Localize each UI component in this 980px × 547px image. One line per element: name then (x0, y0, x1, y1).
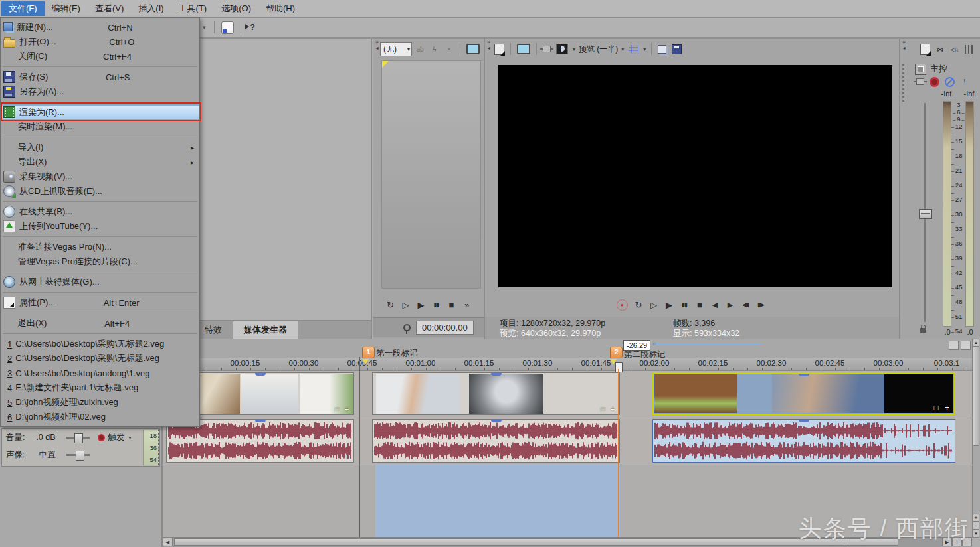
menu-bar-item[interactable]: 工具(T) (171, 1, 215, 16)
media-panel-tab[interactable]: 媒体发生器 (233, 321, 298, 339)
trimmer-timecode[interactable]: 00:00:00.00 (416, 321, 474, 335)
loop-playback-button[interactable]: ↻ (384, 299, 397, 311)
go-to-start-button[interactable]: ◀ (708, 299, 722, 311)
file-menu-item[interactable]: 从CD上抓取音频(E)... (1, 184, 199, 198)
plug-icon[interactable] (916, 78, 924, 85)
file-menu-item[interactable]: 管理Vegas Pro连接的片段(C)... (1, 254, 199, 269)
alert-icon[interactable]: ! (959, 76, 970, 87)
project-properties-icon[interactable] (494, 44, 504, 55)
event-corner-icons[interactable]: + (345, 453, 351, 461)
event-corner-icons[interactable]: + (611, 453, 617, 461)
marker-2[interactable]: 2 (610, 347, 623, 358)
menu-bar-item[interactable]: 帮助(H) (258, 1, 302, 16)
time-ruler[interactable]: 00:00:1500:00:3000:00:4500:01:0000:01:15… (163, 358, 972, 371)
mute-icon[interactable] (945, 77, 955, 87)
recent-file-item[interactable]: 2 C:\Users\bo\Desktop\采购\无标题.veg (1, 351, 199, 366)
copy-snapshot-icon[interactable] (658, 45, 666, 54)
separator[interactable] (241, 21, 241, 33)
panel-grip[interactable] (902, 64, 904, 102)
volume-slider[interactable] (66, 437, 90, 439)
downmix-output-icon[interactable]: ◁↓ (949, 44, 960, 54)
file-menu-item[interactable]: 关闭(C) Ctrl+F4 (1, 49, 199, 64)
preview-quality-label[interactable]: 预览 (一半) (579, 44, 618, 55)
file-menu-item[interactable]: 准备连接Vegas Pro(N)... (1, 240, 199, 254)
pin-icon[interactable] (403, 324, 411, 331)
file-menu-item[interactable] (3, 236, 197, 237)
menu-bar-item[interactable]: 编辑(E) (45, 1, 88, 16)
trimmer-workspace[interactable] (381, 60, 481, 289)
separator[interactable] (510, 43, 511, 55)
menu-bar-item[interactable]: 插入(I) (131, 1, 171, 16)
audio-event-3[interactable]: + (652, 419, 955, 463)
event-corner-icons[interactable]: □ + (933, 403, 951, 412)
play-from-start-button[interactable]: ▷ (647, 299, 660, 311)
loop-region-bar[interactable] (654, 344, 761, 345)
zoom-in-vertical-button[interactable]: + (973, 514, 979, 522)
file-menu-item[interactable]: 从网上获得媒体(G)... (1, 275, 199, 289)
caret-down-icon[interactable]: ▾ (621, 46, 624, 52)
recent-file-item[interactable]: 5 D:\john视频处理\zuixin.veg (1, 395, 199, 410)
file-menu-item[interactable]: 退出(X) Alt+F4 (1, 316, 199, 331)
audio-event-2[interactable]: + (372, 419, 620, 463)
pan-tool-icon[interactable] (221, 21, 234, 34)
file-menu-item[interactable]: 渲染为(R)... (1, 105, 199, 119)
event-fx-icon[interactable]: ϟ (429, 44, 440, 54)
separator[interactable] (460, 43, 460, 55)
loop-playback-button[interactable]: ↻ (632, 299, 645, 311)
file-menu-item[interactable]: 上传到YouTube(Y)... (1, 219, 199, 234)
menu-bar-item[interactable]: 文件(F) (1, 1, 45, 16)
play-from-start-button[interactable]: ▷ (399, 299, 413, 311)
save-snapshot-icon[interactable] (672, 44, 682, 54)
file-menu-item[interactable]: 实时渲染(M)... (1, 119, 199, 134)
pause-button[interactable]: ▮▮ (430, 299, 443, 311)
scroll-up-button[interactable]: ▲ (973, 339, 979, 347)
file-menu-item[interactable] (3, 102, 197, 102)
menu-bar-item[interactable]: 选项(O) (214, 1, 258, 16)
preview-quality-icon[interactable] (556, 44, 568, 54)
go-to-end-button[interactable]: ▶ (724, 299, 737, 311)
dropdown-caret-icon[interactable]: ▾ (203, 24, 206, 31)
file-menu-item[interactable] (3, 66, 197, 67)
scrollbar-thumb[interactable] (973, 347, 979, 446)
help-select-icon[interactable]: ? (250, 23, 255, 32)
prev-frame-button[interactable]: ◀▮ (739, 299, 752, 311)
recent-file-item[interactable]: 4 E:\新建文件夹\part 1\无标题.veg (1, 380, 199, 395)
vertical-scrollbar[interactable]: ▲ + − ▼ (972, 339, 980, 538)
master-bus-button[interactable] (915, 64, 926, 75)
file-menu-item[interactable] (3, 272, 197, 272)
record-button[interactable]: ● (617, 299, 628, 311)
file-menu-item[interactable]: 导入(I) ▸ (1, 140, 199, 155)
remove-icon[interactable]: × (444, 44, 454, 54)
take-selector[interactable]: (无)▾ (380, 42, 412, 56)
grid-overlay-icon[interactable] (629, 45, 638, 54)
caret-down-icon[interactable]: ▾ (573, 46, 575, 52)
cursor-grip[interactable] (615, 362, 623, 372)
marker-1[interactable]: 1 (362, 347, 375, 358)
video-monitor-icon[interactable] (517, 44, 530, 54)
mixer-view-icon[interactable] (965, 45, 974, 54)
external-monitor-icon[interactable] (543, 46, 551, 52)
stop-button[interactable]: ■ (445, 299, 458, 311)
caret-down-icon[interactable]: ▾ (643, 46, 646, 52)
event-corner-icons[interactable]: + (946, 453, 952, 461)
event-corner-icons[interactable]: □ + (601, 406, 617, 413)
file-menu-item[interactable] (3, 333, 197, 334)
video-event-2[interactable]: □ + (372, 372, 620, 415)
recent-file-item[interactable]: 6 D:\john视频处理\02.veg (1, 410, 199, 424)
play-button[interactable]: ▶ (662, 299, 676, 311)
stop-button[interactable]: ■ (693, 299, 706, 311)
video-track-lane[interactable]: □ + □ + □ + (163, 370, 972, 418)
marker-bar[interactable]: 1 第一段标记 2 第二段标记 -26.29 (163, 339, 972, 359)
file-menu-item[interactable]: 保存(S) Ctrl+S (1, 70, 199, 84)
file-menu-item[interactable]: 另存为(A)... (1, 84, 199, 99)
panel-close-icon[interactable]: ×◂ (901, 39, 907, 51)
event-corner-icons[interactable]: □ + (335, 406, 351, 413)
menu-bar-item[interactable]: 查看(V) (88, 1, 131, 16)
gear-icon[interactable] (930, 77, 939, 87)
pause-button[interactable]: ▮▮ (678, 299, 691, 311)
separator[interactable] (214, 21, 215, 33)
file-menu-item[interactable]: 在线共享(B)... (1, 204, 199, 219)
fader-handle[interactable] (919, 209, 932, 219)
zoom-out-vertical-button[interactable]: − (973, 522, 979, 530)
lock-icon[interactable] (920, 328, 926, 333)
